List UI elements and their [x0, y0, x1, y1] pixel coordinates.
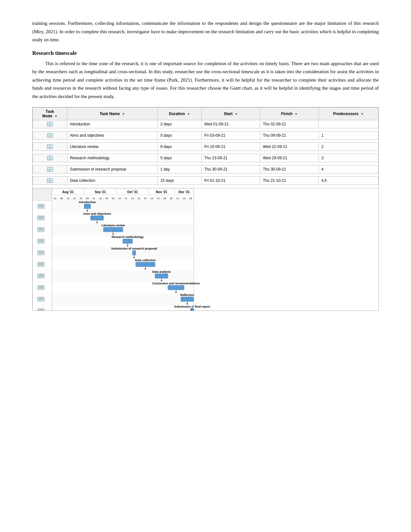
svg-text:08: 08 [60, 197, 63, 200]
svg-text:19: 19 [99, 197, 102, 200]
svg-text:29: 29 [80, 197, 83, 200]
svg-text:Sep '21: Sep '21 [95, 190, 106, 194]
svg-rect-80 [37, 204, 44, 209]
svg-rect-155 [132, 251, 136, 255]
table-row: Literature review 9 days Fri 10-09-21 We… [33, 143, 378, 151]
task-start-cell: Fri 10-09-21 [201, 143, 260, 151]
task-mode-cell [33, 165, 67, 173]
svg-rect-104 [37, 251, 44, 255]
task-mode-icon [47, 167, 53, 172]
task-duration-cell: 5 days [158, 132, 201, 140]
svg-text:14: 14 [151, 197, 153, 200]
th-name: Task Name ▼ [67, 108, 158, 120]
svg-text:Nov '21: Nov '21 [156, 190, 167, 194]
task-pred-cell: 3 [319, 154, 378, 162]
svg-rect-114 [52, 270, 194, 282]
svg-rect-126 [52, 293, 194, 305]
task-pred-cell: 4 [319, 165, 378, 173]
svg-rect-116 [37, 274, 44, 278]
svg-text:12: 12 [93, 197, 95, 200]
svg-rect-122 [37, 285, 44, 290]
task-pred-cell: 1 [319, 132, 378, 140]
svg-text:Data collection: Data collection [135, 259, 156, 262]
svg-text:07: 07 [144, 197, 147, 200]
table-row: Introduction 2 days Wed 01-09-21 Thu 02-… [33, 120, 378, 128]
svg-text:Reflection: Reflection [180, 293, 194, 297]
svg-text:17: 17 [125, 197, 128, 200]
svg-text:24: 24 [131, 197, 134, 200]
table-row: Submission of research proposal 1 day Th… [33, 165, 378, 173]
task-start-cell: Wed 01-09-21 [201, 120, 260, 128]
task-mode-cell [33, 120, 67, 128]
svg-rect-108 [52, 259, 194, 270]
svg-text:31: 31 [138, 197, 141, 200]
svg-text:15: 15 [67, 197, 70, 200]
svg-rect-78 [52, 201, 194, 212]
section-heading: Research timescale [32, 50, 379, 56]
task-name-cell: Introduction [67, 120, 158, 128]
task-start-cell: Fri 03-09-21 [201, 132, 260, 140]
task-duration-cell: 15 days [158, 177, 201, 185]
svg-text:Aims and objectives: Aims and objectives [83, 212, 111, 215]
svg-text:Research methodology: Research methodology [112, 235, 144, 239]
task-name-cell: Aims and objectives [67, 132, 158, 140]
svg-text:Aug '21: Aug '21 [62, 190, 74, 194]
task-name-cell: Research methodology [67, 154, 158, 162]
svg-text:Conclusion and recommendations: Conclusion and recommendations [152, 282, 200, 285]
task-mode-icon [47, 156, 53, 160]
svg-text:05: 05 [170, 197, 173, 200]
th-predecessors: Predecessors ▼ [319, 108, 378, 120]
task-mode-icon [47, 144, 53, 149]
svg-text:Oct '21: Oct '21 [127, 190, 138, 194]
svg-text:01: 01 [54, 197, 57, 200]
table-row: Data collection 15 days Fri 01-10-21 Thu… [33, 177, 378, 185]
svg-rect-98 [37, 239, 44, 243]
task-finish-cell: Thu 09-09-21 [260, 132, 319, 140]
task-duration-cell: 9 days [158, 143, 201, 151]
task-start-cell: Thu 30-09-21 [201, 165, 260, 173]
task-finish-cell: Thu 21-10-21 [260, 177, 319, 185]
task-table: TaskMode ▼ Task Name ▼ Duration ▼ Start … [33, 107, 378, 188]
task-mode-icon [47, 133, 53, 138]
svg-rect-86 [37, 216, 44, 220]
svg-text:Submission of research proposa: Submission of research proposal [111, 247, 157, 250]
task-finish-cell: Wed 29-09-21 [260, 154, 319, 162]
task-name-cell: Submission of research proposal [67, 165, 158, 173]
task-finish-cell: Wed 22-09-21 [260, 143, 319, 151]
svg-text:Introduction: Introduction [79, 201, 96, 204]
task-duration-cell: 5 days [158, 154, 201, 162]
svg-text:Data analysis: Data analysis [152, 270, 171, 273]
task-finish-cell: Thu 30-09-21 [260, 165, 319, 173]
svg-text:22: 22 [73, 197, 76, 200]
svg-text:Submission of final report: Submission of final report [174, 305, 210, 308]
task-pred-cell [319, 120, 378, 128]
svg-rect-139 [84, 204, 91, 209]
svg-rect-92 [37, 227, 44, 232]
th-finish: Finish ▼ [260, 108, 319, 120]
th-duration: Duration ▼ [158, 108, 201, 120]
svg-rect-10 [33, 188, 52, 201]
task-mode-cell [33, 154, 67, 162]
task-mode-cell [33, 177, 67, 185]
svg-rect-167 [168, 285, 184, 290]
paragraph-1: training sessions. Furthermore, collecti… [32, 19, 379, 44]
task-pred-cell: 2 [319, 143, 378, 151]
task-name-cell: Literature review [67, 143, 158, 151]
svg-text:Dec '21: Dec '21 [179, 190, 190, 194]
svg-text:26: 26 [189, 197, 192, 200]
task-name-cell: Data collection [67, 177, 158, 185]
table-row: Aims and objectives 5 days Fri 03-09-21 … [33, 132, 378, 140]
svg-rect-110 [37, 262, 44, 267]
task-start-cell: Thu 23-09-21 [201, 154, 260, 162]
svg-text:21: 21 [157, 197, 160, 200]
task-pred-cell: 4,5 [319, 177, 378, 185]
task-start-cell: Fri 01-10-21 [201, 177, 260, 185]
svg-rect-147 [103, 227, 123, 232]
svg-text:10: 10 [118, 197, 121, 200]
task-mode-cell [33, 132, 67, 140]
svg-rect-159 [136, 262, 155, 267]
th-mode: TaskMode ▼ [33, 108, 67, 120]
svg-rect-143 [91, 216, 103, 220]
task-mode-icon [47, 122, 53, 126]
svg-rect-151 [123, 239, 132, 243]
